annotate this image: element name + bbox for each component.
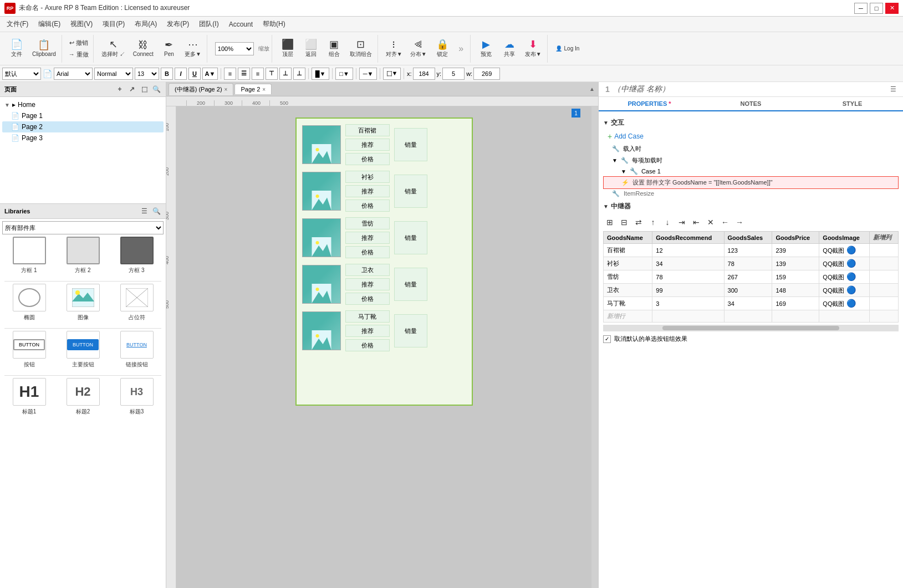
col-goodsrec[interactable]: GoodsRecommend — [652, 232, 724, 244]
pen-button[interactable]: ✒ Pen — [158, 38, 180, 59]
font-color-button[interactable]: A▼ — [202, 68, 218, 80]
event-load[interactable]: 🔧 载入时 — [603, 143, 899, 155]
td-sales-2[interactable]: 78 — [724, 257, 772, 270]
lib-item-ellipse[interactable]: 椭圆 — [4, 284, 54, 321]
lib-dropdown[interactable]: 所有部件库 — [2, 221, 164, 234]
style-select[interactable]: 默认 — [2, 68, 41, 80]
lib-item-h3[interactable]: H3 标题3 — [112, 378, 161, 416]
tab-repeater[interactable]: (中继器) (Page 2) × — [169, 83, 233, 95]
td-name-5[interactable]: 马丁靴 — [604, 297, 652, 310]
lib-item-h2[interactable]: H2 标题2 — [58, 378, 108, 416]
td-rec-5[interactable]: 3 — [652, 297, 724, 310]
inspector-action-button[interactable]: ☰ — [890, 85, 896, 93]
rep-tb-next[interactable]: → — [733, 216, 746, 229]
align-button[interactable]: ⫶ 对齐▼ — [382, 37, 406, 60]
td-name-3[interactable]: 雪纺 — [604, 270, 652, 284]
menu-project[interactable]: 项目(P) — [98, 18, 129, 30]
shadow-button[interactable]: ⬚▼ — [383, 68, 401, 80]
pages-add-button[interactable]: + — [115, 84, 125, 94]
td-newcol-4[interactable] — [869, 284, 898, 297]
minimize-button[interactable]: ─ — [854, 3, 868, 14]
lib-item-box1[interactable]: 方框 1 — [4, 237, 54, 274]
clipboard-button[interactable]: 📋 Clipboard — [29, 38, 59, 59]
pages-panel-actions[interactable]: + ↗ ⬚ 🔍 — [115, 84, 161, 94]
y-input[interactable] — [442, 68, 465, 80]
align-top-button[interactable]: ⊤ — [266, 68, 278, 80]
td-new-col3[interactable] — [724, 310, 772, 323]
redo-button[interactable]: → 重做 — [67, 49, 91, 60]
font-select[interactable]: Arial — [54, 68, 93, 80]
rep-tb-down[interactable]: ↓ — [661, 216, 674, 229]
size-select[interactable]: 13 — [135, 68, 159, 80]
tab-notes[interactable]: NOTES — [700, 97, 802, 111]
login-button[interactable]: 👤 Log In — [552, 43, 583, 54]
lib-item-box3[interactable]: 方框 3 — [112, 237, 161, 274]
td-img-5[interactable]: QQ截图 🔵 — [819, 297, 869, 310]
td-new-col2[interactable] — [652, 310, 724, 323]
tab-repeater-close[interactable]: × — [225, 86, 228, 93]
pages-nav2-button[interactable]: ⬚ — [139, 84, 149, 94]
td-price-3[interactable]: 159 — [772, 270, 819, 284]
connect-button[interactable]: ⛓ Connect — [130, 38, 157, 59]
border-button[interactable]: □▼ — [335, 68, 353, 80]
pages-search-button[interactable]: 🔍 — [151, 84, 161, 94]
weight-select[interactable]: Normal — [94, 68, 133, 80]
repeater-table-container[interactable]: GoodsName GoodsRecommend GoodsSales Good… — [603, 231, 899, 323]
td-name-4[interactable]: 卫衣 — [604, 284, 652, 297]
td-sales-5[interactable]: 34 — [724, 297, 772, 310]
canvas-scrollbar-right[interactable] — [591, 106, 598, 588]
publish-button[interactable]: ⬇ 发布▼ — [522, 37, 545, 60]
more-tools-btn[interactable]: » — [455, 44, 468, 54]
align-left-button[interactable]: ≡ — [224, 68, 236, 80]
share-button[interactable]: ☁ 共享 — [498, 37, 521, 60]
td-rec-3[interactable]: 78 — [652, 270, 724, 284]
line-style-button[interactable]: ─▼ — [359, 68, 377, 80]
td-sales-4[interactable]: 300 — [724, 284, 772, 297]
rep-tb-add-row2[interactable]: ⊟ — [618, 216, 631, 229]
pages-nav-button[interactable]: ↗ — [127, 84, 137, 94]
menu-publish[interactable]: 发布(P) — [162, 18, 193, 30]
canvas-scroll-top[interactable]: ▲ — [589, 86, 596, 93]
lock-button[interactable]: 🔒 锁定 — [431, 37, 453, 60]
rep-tb-remove-col[interactable]: ⇤ — [690, 216, 703, 229]
td-new-row[interactable]: 新增行 — [604, 310, 652, 323]
lib-item-link-btn[interactable]: BUTTON 链接按钮 — [112, 331, 161, 369]
canvas-workspace[interactable]: 1 — [176, 106, 591, 588]
menu-team[interactable]: 团队(I) — [195, 18, 223, 30]
lib-item-placeholder[interactable]: 占位符 — [112, 284, 161, 321]
zoom-control[interactable]: 100% 75% 50% 150% — [212, 40, 257, 58]
italic-button[interactable]: I — [175, 68, 187, 80]
canvas-page[interactable]: 百褶裙 推荐 价格 销量 — [295, 117, 473, 406]
x-input[interactable] — [413, 68, 435, 80]
select-button[interactable]: ↖ 选择时 ↙ — [98, 37, 129, 60]
rep-tb-prev[interactable]: ← — [718, 216, 732, 229]
underline-button[interactable]: U — [188, 68, 201, 80]
td-img-1[interactable]: QQ截图 🔵 — [819, 244, 869, 257]
tab-style[interactable]: STYLE — [802, 97, 903, 111]
td-img-3[interactable]: QQ截图 🔵 — [819, 270, 869, 284]
maximize-button[interactable]: □ — [870, 3, 883, 14]
rep-tb-up[interactable]: ↑ — [646, 216, 660, 229]
repeater-section-header[interactable]: ▼ 中继器 — [603, 198, 899, 213]
td-new-col5[interactable] — [819, 310, 869, 323]
td-new-col4[interactable] — [772, 310, 819, 323]
td-price-2[interactable]: 139 — [772, 257, 819, 270]
zoom-select[interactable]: 100% 75% 50% 150% — [215, 42, 254, 55]
td-price-1[interactable]: 239 — [772, 244, 819, 257]
item-resize-item[interactable]: 🔧 ItemResize — [603, 189, 899, 198]
tab-page2[interactable]: Page 2 × — [234, 84, 272, 94]
tab-page2-close[interactable]: × — [262, 86, 266, 93]
title-bar-controls[interactable]: ─ □ ✕ — [854, 3, 899, 14]
lib-item-box2[interactable]: 方框 2 — [58, 237, 108, 274]
more-button[interactable]: ⋯ 更多▼ — [181, 37, 205, 60]
lib-search-button[interactable]: 🔍 — [151, 206, 161, 216]
td-newcol-5[interactable] — [869, 297, 898, 310]
menu-account[interactable]: Account — [225, 19, 257, 30]
action-item-1[interactable]: ⚡ 设置 部件文字 GoodsName = "[[Item.GoodsName]… — [603, 176, 899, 189]
table-row[interactable]: 百褶裙 12 123 239 QQ截图 🔵 — [604, 244, 899, 257]
fill-button[interactable]: █▼ — [312, 68, 329, 80]
align-bottom-button[interactable]: ⊥ — [293, 68, 305, 80]
lib-menu-button[interactable]: ☰ — [139, 206, 149, 216]
col-new[interactable]: 新增列 — [869, 232, 898, 244]
distribute-button[interactable]: ⫷ 分布▼ — [407, 37, 430, 60]
